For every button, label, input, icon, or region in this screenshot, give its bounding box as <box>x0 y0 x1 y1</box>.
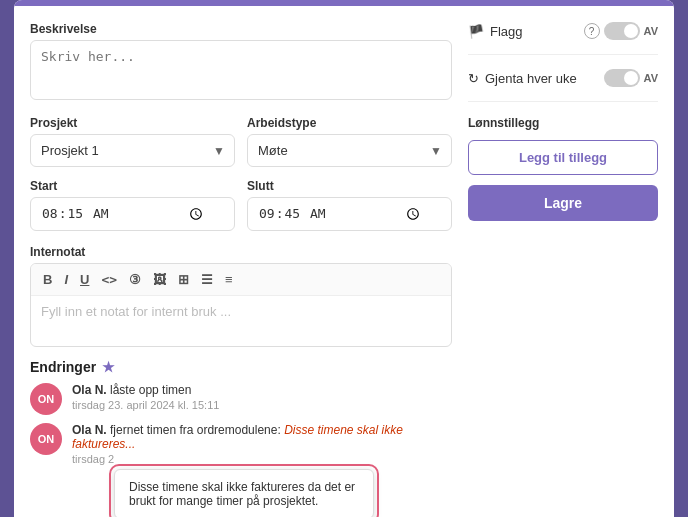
lonnstillegg-label: Lønnstillegg <box>468 116 658 130</box>
change-name-2: Ola N. <box>72 423 107 437</box>
arbeidstype-label: Arbeidstype <box>247 116 452 130</box>
flagg-text: Flagg <box>490 24 523 39</box>
change-action-1: låste opp timen <box>110 383 191 397</box>
flagg-toggle-thumb <box>624 24 638 38</box>
slutt-col: Slutt <box>247 179 452 231</box>
change-text-1: Ola N. låste opp timen <box>72 383 219 397</box>
lagre-button[interactable]: Lagre <box>468 185 658 221</box>
gjenta-row: ↻ Gjenta hver uke AV <box>468 69 658 87</box>
slutt-input-wrapper <box>247 197 452 231</box>
rich-toolbar: B I U <> ③ 🖼 ⊞ ☰ ≡ <box>31 264 451 296</box>
change-name-1: Ola N. <box>72 383 107 397</box>
internotat-field: Internotat B I U <> ③ 🖼 ⊞ ☰ ≡ <box>30 243 452 347</box>
avatar-2: ON <box>30 423 62 455</box>
change-detail-1: Ola N. låste opp timen tirsdag 23. april… <box>72 383 219 411</box>
gjenta-toggle[interactable]: AV <box>604 69 658 87</box>
gjenta-av-label: AV <box>644 72 658 84</box>
internotat-input[interactable]: Fyll inn et notat for internt bruk ... <box>31 296 451 346</box>
refresh-icon: ↻ <box>468 71 479 86</box>
list-ordered-button[interactable]: ③ <box>125 270 145 289</box>
slutt-label: Slutt <box>247 179 452 193</box>
bold-button[interactable]: B <box>39 270 56 289</box>
modal: Beskrivelse Prosjekt Prosjekt 1 Prosjekt… <box>14 0 674 517</box>
legg-til-tillegg-button[interactable]: Legg til tillegg <box>468 140 658 175</box>
lonnstillegg-section: Lønnstillegg <box>468 116 658 130</box>
change-time-2: tirsdag 2 <box>72 453 452 465</box>
internotat-label: Internotat <box>30 245 452 259</box>
table-button[interactable]: ⊞ <box>174 270 193 289</box>
change-time-1: tirsdag 23. april 2024 kl. 15:11 <box>72 399 219 411</box>
flagg-toggle[interactable]: ? AV <box>584 22 658 40</box>
endringer-label: Endringer <box>30 359 96 375</box>
start-input[interactable] <box>41 204 206 224</box>
arbeidstype-col: Arbeidstype Møte Annet ▼ <box>247 116 452 167</box>
divider-1 <box>468 54 658 55</box>
beskrivelse-label: Beskrivelse <box>30 22 452 36</box>
change-item-2-wrapper: ON Ola N. fjernet timen fra ordremodulen… <box>30 423 452 517</box>
help-icon[interactable]: ? <box>584 23 600 39</box>
tooltip-text: Disse timene skal ikke faktureres da det… <box>129 480 355 508</box>
flagg-av-label: AV <box>644 25 658 37</box>
gjenta-text: Gjenta hver uke <box>485 71 577 86</box>
prosjekt-col: Prosjekt Prosjekt 1 Prosjekt 2 ▼ <box>30 116 235 167</box>
start-label: Start <box>30 179 235 193</box>
star-icon: ★ <box>102 359 115 375</box>
rich-editor: B I U <> ③ 🖼 ⊞ ☰ ≡ Fyll inn et notat for… <box>30 263 452 347</box>
endringer-header: Endringer ★ <box>30 359 452 375</box>
prosjekt-arbeidstype-row: Prosjekt Prosjekt 1 Prosjekt 2 ▼ Arbeids… <box>30 116 452 167</box>
flagg-row: 🏴 Flagg ? AV <box>468 22 658 40</box>
gjenta-toggle-thumb <box>624 71 638 85</box>
divider-2 <box>468 101 658 102</box>
time-row: Start Slutt <box>30 179 452 231</box>
underline-button[interactable]: U <box>76 270 93 289</box>
ul-button[interactable]: ☰ <box>197 270 217 289</box>
ol-button[interactable]: ≡ <box>221 270 237 289</box>
prosjekt-label: Prosjekt <box>30 116 235 130</box>
beskrivelse-field: Beskrivelse <box>30 22 452 104</box>
modal-left: Beskrivelse Prosjekt Prosjekt 1 Prosjekt… <box>30 22 452 517</box>
flagg-toggle-track[interactable] <box>604 22 640 40</box>
arbeidstype-select[interactable]: Møte Annet <box>247 134 452 167</box>
change-detail-2: Ola N. fjernet timen fra ordremodulene: … <box>72 423 452 465</box>
change-action-2: fjernet timen fra ordremodulene: <box>110 423 284 437</box>
slutt-input[interactable] <box>258 204 423 224</box>
modal-right: 🏴 Flagg ? AV ↻ G <box>468 22 658 517</box>
tooltip-wrapper: Disse timene skal ikke faktureres da det… <box>72 469 452 517</box>
arbeidstype-select-wrapper: Møte Annet ▼ <box>247 134 452 167</box>
change-item-1: ON Ola N. låste opp timen tirsdag 23. ap… <box>30 383 452 415</box>
endringer-section: Endringer ★ ON Ola N. låste opp timen ti… <box>30 359 452 517</box>
change-text-2: Ola N. fjernet timen fra ordremodulene: … <box>72 423 452 451</box>
code-button[interactable]: <> <box>97 270 121 289</box>
avatar-1: ON <box>30 383 62 415</box>
prosjekt-select[interactable]: Prosjekt 1 Prosjekt 2 <box>30 134 235 167</box>
start-input-wrapper <box>30 197 235 231</box>
flag-icon: 🏴 <box>468 24 484 39</box>
beskrivelse-input[interactable] <box>30 40 452 100</box>
gjenta-label-group: ↻ Gjenta hver uke <box>468 71 577 86</box>
gjenta-toggle-track[interactable] <box>604 69 640 87</box>
italic-button[interactable]: I <box>60 270 72 289</box>
image-button[interactable]: 🖼 <box>149 270 170 289</box>
change-item-2: ON Ola N. fjernet timen fra ordremodulen… <box>30 423 452 465</box>
tooltip-box: Disse timene skal ikke faktureres da det… <box>114 469 374 517</box>
prosjekt-select-wrapper: Prosjekt 1 Prosjekt 2 ▼ <box>30 134 235 167</box>
start-col: Start <box>30 179 235 231</box>
flagg-label-group: 🏴 Flagg <box>468 24 523 39</box>
